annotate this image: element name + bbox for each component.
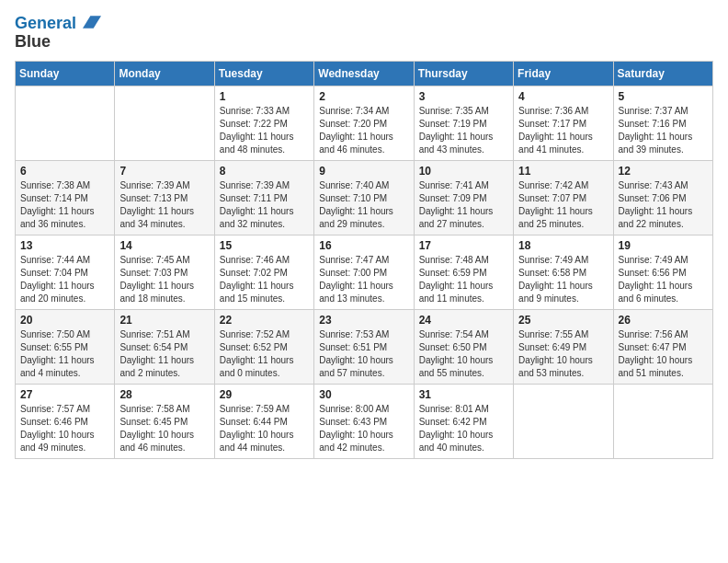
day-info: Sunrise: 7:54 AM Sunset: 6:50 PM Dayligh… — [419, 328, 508, 380]
day-info: Sunrise: 7:38 AM Sunset: 7:14 PM Dayligh… — [20, 179, 109, 231]
weekday-header-cell: Sunday — [16, 61, 115, 86]
day-number: 27 — [20, 388, 109, 401]
day-number: 2 — [319, 90, 408, 103]
day-number: 19 — [619, 239, 708, 252]
calendar-cell: 4Sunrise: 7:36 AM Sunset: 7:17 PM Daylig… — [514, 86, 613, 160]
day-info: Sunrise: 8:00 AM Sunset: 6:43 PM Dayligh… — [319, 403, 408, 454]
weekday-header-cell: Thursday — [414, 61, 513, 86]
calendar-cell — [16, 86, 115, 160]
calendar-cell: 3Sunrise: 7:35 AM Sunset: 7:19 PM Daylig… — [414, 86, 513, 160]
day-number: 30 — [319, 388, 408, 401]
day-info: Sunrise: 7:58 AM Sunset: 6:45 PM Dayligh… — [119, 403, 209, 454]
calendar-cell: 23Sunrise: 7:53 AM Sunset: 6:51 PM Dayli… — [314, 309, 414, 384]
day-number: 4 — [518, 90, 608, 103]
weekday-header-cell: Friday — [514, 61, 613, 86]
day-number: 9 — [319, 165, 408, 178]
day-info: Sunrise: 7:46 AM Sunset: 7:02 PM Dayligh… — [220, 254, 309, 305]
day-info: Sunrise: 7:53 AM Sunset: 6:51 PM Dayligh… — [319, 328, 408, 380]
day-number: 25 — [518, 314, 608, 327]
weekday-header-cell: Wednesday — [314, 61, 414, 86]
day-number: 26 — [619, 314, 708, 327]
day-number: 7 — [119, 165, 209, 178]
day-info: Sunrise: 7:33 AM Sunset: 7:22 PM Dayligh… — [220, 105, 309, 156]
day-number: 11 — [518, 165, 608, 178]
day-number: 28 — [119, 388, 209, 401]
day-number: 20 — [20, 314, 109, 327]
day-info: Sunrise: 7:39 AM Sunset: 7:13 PM Dayligh… — [119, 179, 209, 231]
day-number: 10 — [419, 165, 508, 178]
day-info: Sunrise: 7:56 AM Sunset: 6:47 PM Dayligh… — [619, 328, 708, 380]
day-number: 12 — [619, 165, 708, 178]
calendar-cell: 21Sunrise: 7:51 AM Sunset: 6:54 PM Dayli… — [115, 309, 214, 384]
day-number: 18 — [518, 239, 608, 252]
calendar-cell: 27Sunrise: 7:57 AM Sunset: 6:46 PM Dayli… — [16, 384, 115, 458]
day-number: 13 — [20, 239, 109, 252]
day-info: Sunrise: 7:42 AM Sunset: 7:07 PM Dayligh… — [518, 179, 608, 231]
day-number: 3 — [419, 90, 508, 103]
calendar-cell: 15Sunrise: 7:46 AM Sunset: 7:02 PM Dayli… — [214, 235, 313, 309]
day-number: 16 — [319, 239, 408, 252]
calendar-cell: 20Sunrise: 7:50 AM Sunset: 6:55 PM Dayli… — [16, 309, 115, 384]
calendar-week-row: 20Sunrise: 7:50 AM Sunset: 6:55 PM Dayli… — [16, 309, 713, 384]
calendar-cell: 2Sunrise: 7:34 AM Sunset: 7:20 PM Daylig… — [314, 86, 414, 160]
calendar-cell — [613, 384, 712, 458]
weekday-header-cell: Saturday — [613, 61, 712, 86]
calendar-cell: 6Sunrise: 7:38 AM Sunset: 7:14 PM Daylig… — [16, 160, 115, 235]
day-info: Sunrise: 7:52 AM Sunset: 6:52 PM Dayligh… — [220, 328, 309, 380]
day-number: 29 — [220, 388, 309, 401]
calendar-cell: 1Sunrise: 7:33 AM Sunset: 7:22 PM Daylig… — [214, 86, 313, 160]
calendar-cell: 30Sunrise: 8:00 AM Sunset: 6:43 PM Dayli… — [314, 384, 414, 458]
day-info: Sunrise: 7:41 AM Sunset: 7:09 PM Dayligh… — [419, 179, 508, 231]
day-number: 5 — [619, 90, 708, 103]
weekday-header-row: SundayMondayTuesdayWednesdayThursdayFrid… — [16, 61, 713, 86]
logo-text: General — [15, 15, 101, 33]
weekday-header-cell: Tuesday — [214, 61, 313, 86]
day-number: 22 — [220, 314, 309, 327]
calendar-table: SundayMondayTuesdayWednesdayThursdayFrid… — [15, 61, 713, 459]
calendar-cell: 9Sunrise: 7:40 AM Sunset: 7:10 PM Daylig… — [314, 160, 414, 235]
calendar-body: 1Sunrise: 7:33 AM Sunset: 7:22 PM Daylig… — [16, 86, 713, 458]
day-number: 31 — [419, 388, 508, 401]
calendar-week-row: 27Sunrise: 7:57 AM Sunset: 6:46 PM Dayli… — [16, 384, 713, 458]
day-number: 14 — [119, 239, 209, 252]
day-number: 15 — [220, 239, 309, 252]
day-info: Sunrise: 7:40 AM Sunset: 7:10 PM Dayligh… — [319, 179, 408, 231]
day-info: Sunrise: 7:55 AM Sunset: 6:49 PM Dayligh… — [518, 328, 608, 380]
logo: General Blue — [15, 15, 101, 52]
calendar-cell — [514, 384, 613, 458]
calendar-cell: 24Sunrise: 7:54 AM Sunset: 6:50 PM Dayli… — [414, 309, 513, 384]
calendar-cell: 11Sunrise: 7:42 AM Sunset: 7:07 PM Dayli… — [514, 160, 613, 235]
day-info: Sunrise: 8:01 AM Sunset: 6:42 PM Dayligh… — [419, 403, 508, 454]
calendar-cell: 18Sunrise: 7:49 AM Sunset: 6:58 PM Dayli… — [514, 235, 613, 309]
day-number: 21 — [119, 314, 209, 327]
day-info: Sunrise: 7:51 AM Sunset: 6:54 PM Dayligh… — [119, 328, 209, 380]
calendar-cell: 10Sunrise: 7:41 AM Sunset: 7:09 PM Dayli… — [414, 160, 513, 235]
day-info: Sunrise: 7:50 AM Sunset: 6:55 PM Dayligh… — [20, 328, 109, 380]
calendar-cell: 22Sunrise: 7:52 AM Sunset: 6:52 PM Dayli… — [214, 309, 313, 384]
calendar-week-row: 1Sunrise: 7:33 AM Sunset: 7:22 PM Daylig… — [16, 86, 713, 160]
calendar-cell: 26Sunrise: 7:56 AM Sunset: 6:47 PM Dayli… — [613, 309, 712, 384]
svg-marker-0 — [83, 16, 101, 28]
calendar-cell: 31Sunrise: 8:01 AM Sunset: 6:42 PM Dayli… — [414, 384, 513, 458]
calendar-cell: 29Sunrise: 7:59 AM Sunset: 6:44 PM Dayli… — [214, 384, 313, 458]
day-number: 1 — [220, 90, 309, 103]
calendar-cell: 7Sunrise: 7:39 AM Sunset: 7:13 PM Daylig… — [115, 160, 214, 235]
day-info: Sunrise: 7:49 AM Sunset: 6:56 PM Dayligh… — [619, 254, 708, 305]
day-info: Sunrise: 7:34 AM Sunset: 7:20 PM Dayligh… — [319, 105, 408, 156]
day-info: Sunrise: 7:44 AM Sunset: 7:04 PM Dayligh… — [20, 254, 109, 305]
day-info: Sunrise: 7:37 AM Sunset: 7:16 PM Dayligh… — [619, 105, 708, 156]
calendar-cell: 13Sunrise: 7:44 AM Sunset: 7:04 PM Dayli… — [16, 235, 115, 309]
calendar-cell: 8Sunrise: 7:39 AM Sunset: 7:11 PM Daylig… — [214, 160, 313, 235]
calendar-cell: 17Sunrise: 7:48 AM Sunset: 6:59 PM Dayli… — [414, 235, 513, 309]
calendar-cell: 12Sunrise: 7:43 AM Sunset: 7:06 PM Dayli… — [613, 160, 712, 235]
day-info: Sunrise: 7:57 AM Sunset: 6:46 PM Dayligh… — [20, 403, 109, 454]
day-number: 24 — [419, 314, 508, 327]
weekday-header-cell: Monday — [115, 61, 214, 86]
calendar-cell: 19Sunrise: 7:49 AM Sunset: 6:56 PM Dayli… — [613, 235, 712, 309]
calendar-cell: 5Sunrise: 7:37 AM Sunset: 7:16 PM Daylig… — [613, 86, 712, 160]
day-info: Sunrise: 7:45 AM Sunset: 7:03 PM Dayligh… — [119, 254, 209, 305]
calendar-cell — [115, 86, 214, 160]
day-info: Sunrise: 7:48 AM Sunset: 6:59 PM Dayligh… — [419, 254, 508, 305]
day-info: Sunrise: 7:47 AM Sunset: 7:00 PM Dayligh… — [319, 254, 408, 305]
day-info: Sunrise: 7:39 AM Sunset: 7:11 PM Dayligh… — [220, 179, 309, 231]
